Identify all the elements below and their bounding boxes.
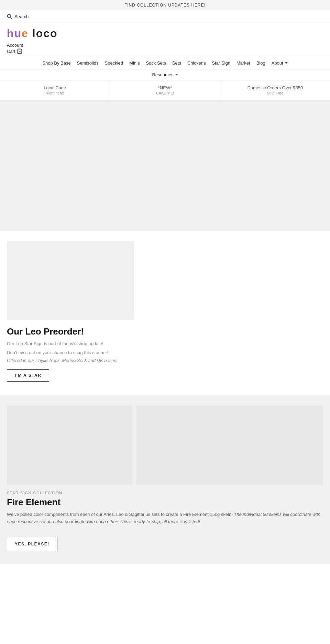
nav-market[interactable]: Market (236, 60, 250, 66)
main-nav: Shop By Base Semisolids Speckled Minis S… (0, 57, 330, 69)
nav-resources-dropdown[interactable]: Resources (152, 72, 178, 77)
fire-collection-label: STAR SIGN COLLECTION (7, 491, 323, 495)
nav-about-label: About (272, 60, 283, 66)
product-image-leo (7, 241, 134, 320)
account-label: Account (7, 43, 23, 48)
info-cell-shipping[interactable]: Domestic Orders Over $350 Ship Free (220, 80, 330, 100)
product-title-leo: Our Leo Preorder! (7, 326, 158, 337)
account-link[interactable]: Account (7, 43, 323, 48)
nav-shop-by-base[interactable]: Shop By Base (42, 60, 70, 66)
logo-area: hue loco (0, 23, 330, 41)
fire-cta-button[interactable]: YES, PLEASE! (7, 538, 57, 550)
logo-e: e (22, 27, 29, 39)
account-cart-area: Account Cart (0, 41, 330, 57)
site-logo[interactable]: hue loco (7, 27, 58, 40)
fire-product-desc1: We've pulled color components from each … (7, 511, 323, 526)
hero-image (0, 100, 330, 231)
svg-line-1 (10, 17, 12, 19)
search-label[interactable]: Search (14, 14, 29, 19)
info-new-sub: CAKE ME! (113, 91, 216, 95)
product-image-fire-a (7, 406, 132, 485)
info-shipping-sub: Ship Free (224, 91, 327, 95)
fire-desc-text: We've pulled color components from each … (7, 512, 233, 517)
nav-blog[interactable]: Blog (256, 60, 265, 66)
product-section-fire: STAR SIGN COLLECTION Fire Element We've … (0, 395, 330, 564)
nav-chickens[interactable]: Chickens (187, 60, 206, 66)
about-chevron-icon (285, 62, 288, 64)
top-banner[interactable]: FIND COLLECTION UPDATES HERE! (0, 0, 330, 10)
product-desc-leo-2: Don't miss out on your chance to snag th… (7, 349, 158, 356)
cart-link[interactable]: Cart (7, 48, 323, 54)
leo-cta-button[interactable]: I'M A STAR (7, 369, 49, 382)
banner-text: FIND COLLECTION UPDATES HERE! (124, 3, 206, 8)
product-section-leo: Our Leo Preorder! Our Leo Star Sign is p… (0, 231, 165, 395)
nav-sets[interactable]: Sets (172, 60, 181, 66)
info-local-title: Local Page (3, 85, 106, 90)
product-desc-leo-1: Our Leo Star Sign is part of today's sho… (7, 340, 158, 347)
nav-sock-sets[interactable]: Sock Sets (146, 60, 166, 66)
info-new-title: *NEW* (113, 85, 216, 90)
resources-chevron-icon (175, 74, 178, 76)
svg-point-0 (8, 14, 11, 18)
cart-label: Cart (7, 49, 15, 54)
info-cell-local[interactable]: Local Page Right here! (0, 80, 110, 100)
cart-icon (17, 48, 22, 54)
fire-images-row (7, 406, 323, 485)
search-bar: Search (0, 10, 330, 23)
product-image-fire-b (136, 406, 323, 485)
nav-resources-label: Resources (152, 72, 173, 77)
logo-hue: hu (7, 27, 22, 39)
nav-about-dropdown[interactable]: About (272, 60, 288, 66)
fire-product-info: STAR SIGN COLLECTION Fire Element We've … (7, 491, 323, 550)
search-icon (7, 14, 12, 19)
info-bar: Local Page Right here! *NEW* CAKE ME! Do… (0, 80, 330, 100)
logo-loco: loco (29, 27, 58, 39)
info-shipping-title: Domestic Orders Over $350 (224, 85, 327, 90)
info-cell-new[interactable]: *NEW* CAKE ME! (110, 80, 220, 100)
sub-nav: Resources (0, 69, 330, 80)
nav-semisolids[interactable]: Semisolids (77, 60, 99, 66)
nav-minis[interactable]: Minis (129, 60, 140, 66)
fire-product-title: Fire Element (7, 497, 323, 508)
product-desc-leo-italic: Offered in our Phyllis Sock, Merino Sock… (7, 358, 158, 363)
nav-star-sign[interactable]: Star Sign (212, 60, 230, 66)
info-local-sub: Right here! (3, 91, 106, 95)
nav-speckled[interactable]: Speckled (105, 60, 123, 66)
